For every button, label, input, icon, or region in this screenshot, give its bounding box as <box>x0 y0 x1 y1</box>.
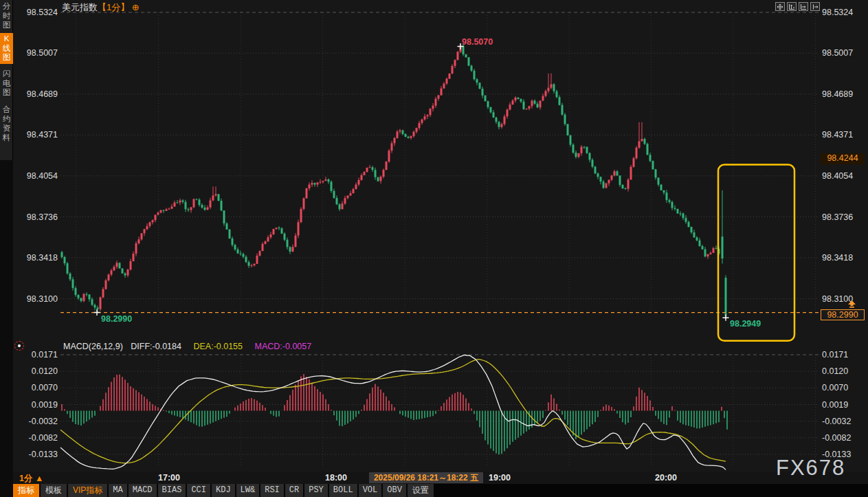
candle-body[interactable] <box>122 268 124 273</box>
candle-body[interactable] <box>116 263 118 267</box>
candle-body[interactable] <box>201 205 203 208</box>
candle-body[interactable] <box>655 169 657 177</box>
tab-设置[interactable]: 设置 <box>408 484 434 497</box>
tab-PSY[interactable]: PSY <box>304 484 328 497</box>
candle-body[interactable] <box>199 199 201 205</box>
candle-body[interactable] <box>702 246 704 250</box>
candle-body[interactable] <box>652 161 654 169</box>
candle-body[interactable] <box>383 170 385 177</box>
candle-body[interactable] <box>482 89 484 96</box>
candle-body[interactable] <box>353 189 355 193</box>
tab-LW&[interactable]: LW& <box>236 484 260 497</box>
candle-body[interactable] <box>372 167 374 170</box>
candle-body[interactable] <box>649 155 652 161</box>
candle-body[interactable] <box>182 201 184 202</box>
candle-body[interactable] <box>267 237 269 241</box>
candle-body[interactable] <box>298 222 300 235</box>
tab-指标[interactable]: 指标 <box>13 484 39 497</box>
candle-body[interactable] <box>644 139 646 144</box>
chart-canvas[interactable] <box>0 0 868 497</box>
tab-BIAS[interactable]: BIAS <box>158 484 186 497</box>
candle-body[interactable] <box>179 201 181 203</box>
candle-body[interactable] <box>614 171 616 175</box>
candle-body[interactable] <box>592 159 594 166</box>
candle-body[interactable] <box>528 106 531 109</box>
indicator-target-icon[interactable] <box>14 341 24 351</box>
candle-body[interactable] <box>550 85 553 88</box>
candle-body[interactable] <box>64 257 66 263</box>
candle-body[interactable] <box>441 89 443 96</box>
candle-body[interactable] <box>685 218 687 222</box>
candle-body[interactable] <box>196 199 198 200</box>
candle-body[interactable] <box>256 256 258 264</box>
candle-body[interactable] <box>108 274 110 280</box>
candle-body[interactable] <box>493 112 495 118</box>
candle-body[interactable] <box>240 254 242 254</box>
candle-body[interactable] <box>155 214 157 220</box>
candle-body[interactable] <box>215 194 217 195</box>
candle-body[interactable] <box>485 96 487 101</box>
candle-body[interactable] <box>616 171 619 175</box>
candle-body[interactable] <box>397 132 399 138</box>
candle-body[interactable] <box>578 153 580 157</box>
candle-body[interactable] <box>245 257 247 263</box>
candle-body[interactable] <box>314 183 316 184</box>
candle-body[interactable] <box>416 128 418 132</box>
candle-body[interactable] <box>674 208 676 208</box>
candle-body[interactable] <box>138 239 140 243</box>
candle-body[interactable] <box>534 100 536 103</box>
candle-body[interactable] <box>364 172 366 175</box>
candle-body[interactable] <box>713 248 715 253</box>
candle-body[interactable] <box>611 175 613 179</box>
candle-body[interactable] <box>102 289 104 298</box>
candle-body[interactable] <box>498 122 500 126</box>
candle-body[interactable] <box>682 214 685 219</box>
candle-body[interactable] <box>556 91 558 98</box>
candle-body[interactable] <box>520 99 522 102</box>
candle-body[interactable] <box>339 204 341 209</box>
candle-body[interactable] <box>710 253 712 254</box>
candle-body[interactable] <box>633 158 635 167</box>
candle-body[interactable] <box>207 208 209 210</box>
candle-body[interactable] <box>487 101 489 107</box>
candle-body[interactable] <box>80 298 82 301</box>
candle-body[interactable] <box>229 230 231 239</box>
candle-body[interactable] <box>567 124 569 135</box>
candle-body[interactable] <box>223 210 225 223</box>
candle-body[interactable] <box>424 116 426 119</box>
candle-body[interactable] <box>696 237 698 240</box>
candle-body[interactable] <box>559 97 561 105</box>
candle-body[interactable] <box>97 307 99 309</box>
candle-body[interactable] <box>72 279 74 288</box>
candle-body[interactable] <box>561 105 564 115</box>
candle-body[interactable] <box>309 185 311 188</box>
candle-body[interactable] <box>542 96 544 101</box>
candle-body[interactable] <box>380 177 382 181</box>
candle-body[interactable] <box>281 228 283 234</box>
tab-RSI[interactable]: RSI <box>260 484 284 497</box>
candle-body[interactable] <box>589 153 591 160</box>
candle-body[interactable] <box>405 134 407 137</box>
candle-body[interactable] <box>608 180 610 184</box>
candle-body[interactable] <box>157 212 159 214</box>
candle-body[interactable] <box>399 131 401 132</box>
pan-crosshair-icon-button[interactable] <box>775 2 785 11</box>
candle-body[interactable] <box>375 170 377 177</box>
candle-body[interactable] <box>130 261 132 269</box>
candle-body[interactable] <box>691 227 693 232</box>
candle-body[interactable] <box>75 288 77 295</box>
tab-KDJ[interactable]: KDJ <box>212 484 235 497</box>
candle-body[interactable] <box>509 104 511 109</box>
candle-body[interactable] <box>548 88 550 91</box>
candle-body[interactable] <box>496 118 498 122</box>
candle-body[interactable] <box>188 209 190 210</box>
candle-body[interactable] <box>507 109 509 116</box>
candle-body[interactable] <box>221 201 223 210</box>
tab-MA[interactable]: MA <box>109 484 126 497</box>
tab-BOLL[interactable]: BOLL <box>329 484 357 497</box>
candle-body[interactable] <box>306 188 308 199</box>
candle-body[interactable] <box>212 195 214 200</box>
candle-body[interactable] <box>625 188 627 189</box>
candle-body[interactable] <box>69 274 71 279</box>
candle-body[interactable] <box>270 234 272 237</box>
